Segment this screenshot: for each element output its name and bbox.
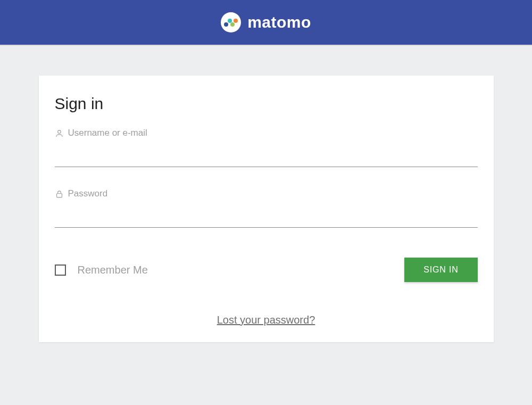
svg-point-4 [57,130,61,133]
lock-icon [55,189,64,199]
username-input[interactable] [55,143,478,167]
username-field-wrap: Username or e-mail [55,128,478,167]
username-label-row: Username or e-mail [55,128,478,138]
signin-button[interactable]: SIGN IN [404,258,477,282]
lost-password-row: Lost your password? [55,314,478,326]
remember-checkbox[interactable] [55,265,66,276]
password-label-row: Password [55,188,478,199]
brand-name: matomo [247,13,311,31]
matomo-logo-icon [221,12,241,32]
page-title: Sign in [55,95,478,113]
password-field-wrap: Password [55,188,478,228]
svg-point-3 [234,19,238,23]
brand-logo: matomo [221,12,311,32]
password-input[interactable] [55,203,478,228]
lost-password-link[interactable]: Lost your password? [217,314,315,326]
password-label: Password [68,188,108,199]
svg-point-2 [230,22,235,27]
svg-point-0 [224,22,228,27]
svg-rect-5 [56,193,62,197]
remember-label: Remember Me [78,264,148,276]
svg-point-1 [228,19,232,23]
login-card: Sign in Username or e-mail Password Reme… [39,76,494,342]
header: matomo [0,0,532,46]
user-icon [55,129,64,138]
remember-me[interactable]: Remember Me [55,264,148,276]
username-label: Username or e-mail [68,128,147,138]
actions-row: Remember Me SIGN IN [55,258,478,282]
